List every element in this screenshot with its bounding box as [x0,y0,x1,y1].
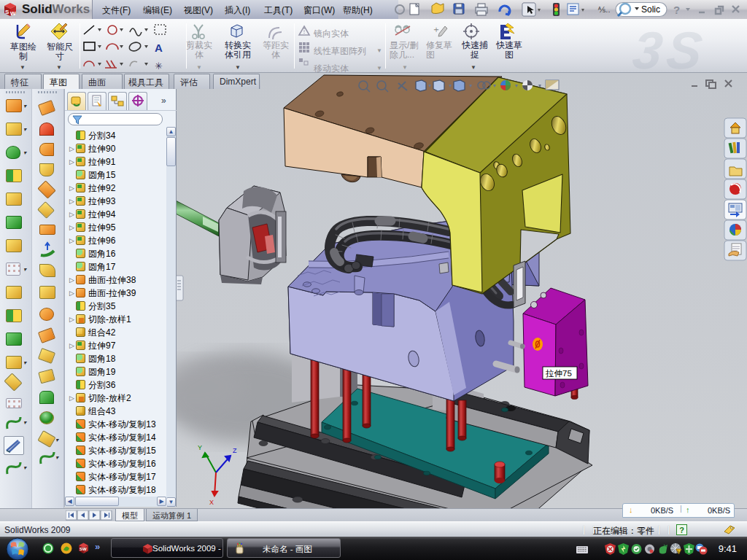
svg-text:✳: ✳ [155,61,163,71]
svg-text:W: W [10,10,16,17]
svg-text:Solic: Solic [641,4,660,15]
svg-text:＋: ＋ [432,24,441,34]
svg-text:X: X [209,499,214,506]
svg-text:拉伸75: 拉伸75 [545,369,572,378]
svg-text:Y: Y [198,444,202,451]
svg-text:SW: SW [80,547,87,551]
svg-text:?: ? [673,4,680,16]
svg-text:A: A [155,42,163,54]
svg-text:S: S [5,9,9,15]
svg-text:⅍..: ⅍.. [597,5,610,14]
svg-text:Z: Z [233,447,237,454]
